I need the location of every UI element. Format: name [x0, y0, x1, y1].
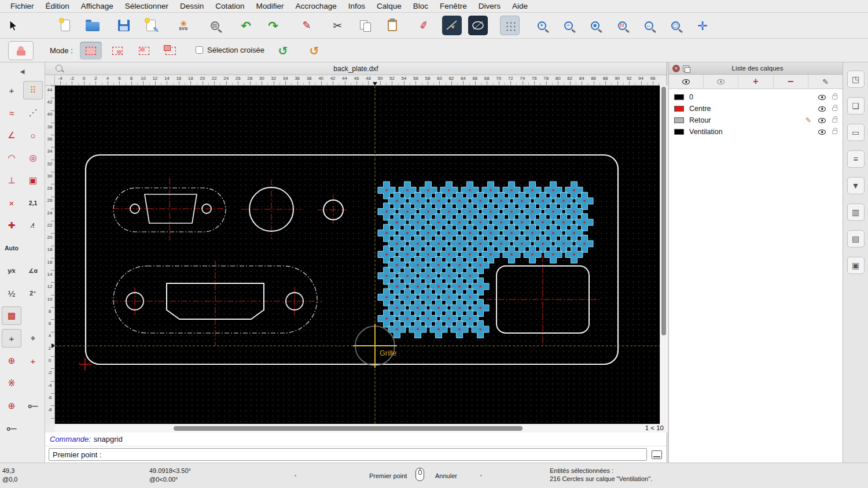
copy-button[interactable]: [355, 16, 375, 35]
two-points-icon[interactable]: 2⁺: [23, 284, 43, 302]
menu-dessin[interactable]: Dessin: [174, 0, 209, 13]
round-hole-2[interactable]: [318, 194, 349, 225]
crosshair-tool-icon[interactable]: ⌖: [23, 329, 43, 347]
zoom-window-button[interactable]: ▢: [665, 16, 685, 35]
target-point-icon[interactable]: ⊕: [2, 397, 21, 415]
draw-pen-button[interactable]: ✎: [297, 16, 317, 35]
zoom-auto-button[interactable]: ■: [585, 16, 605, 35]
snap-middle-icon[interactable]: ✚: [2, 216, 21, 235]
menu-calque[interactable]: Calque: [371, 0, 407, 13]
svg-export-button[interactable]: ❀SVG: [174, 16, 193, 35]
open-file-button[interactable]: [83, 16, 102, 35]
hdmi-connector[interactable]: [112, 261, 322, 346]
snap-circle-center-icon[interactable]: ◎: [23, 149, 43, 167]
snap-angle-icon[interactable]: ∠: [2, 126, 21, 145]
snap-center-icon[interactable]: ○: [23, 126, 43, 145]
layer-visibility-eye-icon[interactable]: [818, 106, 826, 112]
dock-clipboard-icon[interactable]: ▣: [847, 257, 865, 274]
print-preview-button[interactable]: ▤: [205, 16, 225, 35]
zoom-out-button[interactable]: −: [558, 16, 578, 35]
select-arrow-button[interactable]: [3, 16, 23, 35]
drawing-area[interactable]: Grille: [55, 86, 660, 424]
snap-entity-box-icon[interactable]: ▣: [23, 171, 43, 190]
menu-bloc[interactable]: Bloc: [407, 0, 434, 13]
paste-button[interactable]: [382, 16, 402, 35]
selection-rect-tool-icon[interactable]: ▩: [2, 306, 21, 325]
highlight-pen-button[interactable]: ✐: [414, 16, 434, 35]
snap-perpendicular-icon[interactable]: ⊥: [2, 171, 21, 190]
line-tool-button[interactable]: [442, 16, 462, 35]
layer-visibility-eye-icon[interactable]: [818, 95, 826, 100]
snap-endpoint-icon[interactable]: ≈: [2, 103, 21, 122]
command-input-box[interactable]: Premier point :: [49, 448, 647, 461]
zoom-in-button[interactable]: +: [532, 16, 551, 35]
horizontal-scrollbar-thumb[interactable]: [174, 426, 523, 431]
menu-infos[interactable]: Infos: [343, 0, 371, 13]
save-button[interactable]: [114, 16, 134, 35]
angle-snap-icon[interactable]: ∡α: [23, 261, 43, 280]
mode-invert-button[interactable]: [160, 42, 182, 60]
dock-blocks-icon[interactable]: ❏: [847, 97, 865, 114]
cut-button[interactable]: ✂: [328, 16, 347, 35]
crossing-selection-checkbox[interactable]: [196, 46, 203, 54]
mode-intersect-button[interactable]: [133, 42, 155, 60]
vertical-scrollbar[interactable]: [660, 86, 667, 424]
dock-columns-icon[interactable]: ▥: [847, 204, 865, 221]
mode-rubberband-button[interactable]: [80, 42, 102, 60]
restrict-xy-icon[interactable]: y∕x: [2, 261, 21, 280]
unlock-relative-zero-icon[interactable]: o—: [2, 419, 21, 438]
hide-all-layers-icon[interactable]: [704, 75, 738, 88]
small-cross-icon[interactable]: +: [23, 352, 43, 370]
drawing-canvas[interactable]: Grille: [55, 86, 660, 424]
cutout-rect[interactable]: [486, 256, 599, 345]
menu-aide[interactable]: Aide: [506, 0, 534, 13]
undo-button[interactable]: ↶: [236, 16, 256, 35]
menu-accrochage[interactable]: Accrochage: [289, 0, 342, 13]
layer-row-retour[interactable]: Retour✎: [669, 114, 843, 126]
layer-row-centre[interactable]: Centre: [669, 103, 843, 114]
rays-icon[interactable]: ※: [2, 374, 21, 393]
snap-restrict-icon[interactable]: ∕!: [23, 216, 43, 235]
revert-selection-icon[interactable]: ↺: [273, 42, 293, 60]
snap-grid-icon[interactable]: ⠿: [23, 81, 43, 99]
layer-row-0[interactable]: 0: [669, 91, 843, 103]
vertical-scrollbar-thumb[interactable]: [661, 87, 666, 335]
layer-visibility-eye-icon[interactable]: [818, 118, 826, 123]
tool-options-button[interactable]: [8, 41, 34, 60]
float-panel-icon[interactable]: [683, 65, 689, 72]
layer-lock-icon[interactable]: [832, 107, 837, 111]
dsub-connector[interactable]: [113, 178, 226, 241]
dock-list-icon[interactable]: ≡: [847, 150, 865, 168]
snap-distance-icon[interactable]: 2,1: [23, 194, 43, 212]
menu-selectionner[interactable]: Sélectionner: [119, 0, 174, 13]
circle-center-point-icon[interactable]: ⊕: [2, 352, 21, 370]
horizontal-scrollbar[interactable]: [55, 424, 660, 432]
auto-snap-button[interactable]: Auto: [2, 239, 21, 257]
layer-lock-icon[interactable]: [832, 130, 837, 134]
collapse-toolbar-button[interactable]: ◀: [2, 66, 43, 77]
redo-button[interactable]: ↷: [263, 16, 283, 35]
menu-divers[interactable]: Divers: [473, 0, 506, 13]
document-titlebar[interactable]: back_plate.dxf: [45, 62, 667, 75]
snap-tangent-icon[interactable]: ◠: [2, 149, 21, 167]
add-layer-button[interactable]: +: [738, 75, 773, 88]
half-distance-icon[interactable]: ½: [2, 284, 21, 302]
pan-button[interactable]: ✛: [693, 16, 712, 35]
undo-selection-icon[interactable]: ↺: [304, 42, 324, 60]
new-document-button[interactable]: [56, 16, 75, 35]
crossing-selection-option[interactable]: Sélection croisée: [196, 46, 264, 54]
dock-notes-icon[interactable]: ▤: [847, 230, 865, 247]
edit-layer-button[interactable]: ✎: [808, 75, 843, 88]
mode-window-button[interactable]: [106, 42, 128, 60]
remove-layer-button[interactable]: −: [774, 75, 808, 88]
menu-fichier[interactable]: Fichier: [5, 0, 40, 13]
snap-free-icon[interactable]: +: [2, 81, 21, 99]
menu-cotation[interactable]: Cotation: [209, 0, 250, 13]
relative-zero-icon[interactable]: +: [2, 329, 21, 347]
dock-frame-icon[interactable]: ▭: [847, 124, 865, 141]
layer-row-ventilation[interactable]: Ventilation: [669, 126, 843, 138]
close-panel-icon[interactable]: ×: [672, 65, 680, 72]
dock-properties-icon[interactable]: ◳: [847, 71, 865, 88]
ellipse-tool-button[interactable]: [468, 16, 488, 35]
snap-intersection-icon[interactable]: ×: [2, 194, 21, 212]
